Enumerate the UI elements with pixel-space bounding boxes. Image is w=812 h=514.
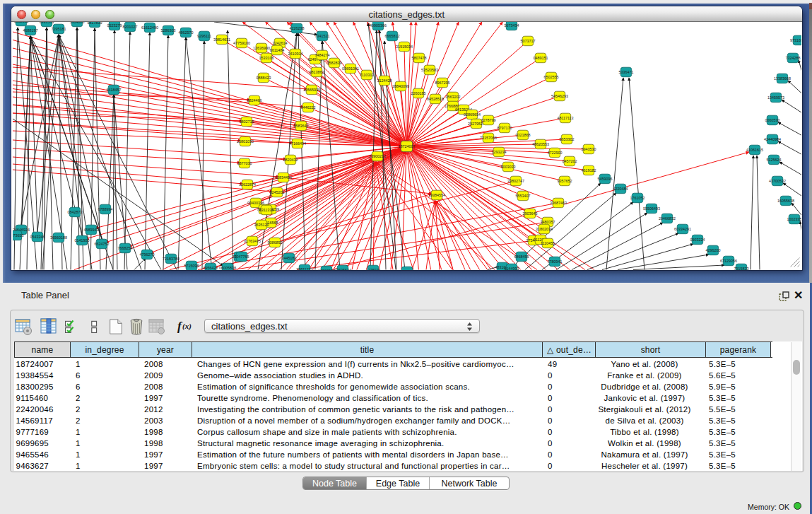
svg-text:55506493: 55506493 <box>643 206 660 211</box>
svg-text:54546293: 54546293 <box>551 94 568 98</box>
svg-text:0457202: 0457202 <box>563 159 577 163</box>
svg-text:6245202: 6245202 <box>270 190 285 194</box>
svg-text:4862570: 4862570 <box>179 30 194 35</box>
svg-text:0903224: 0903224 <box>690 238 705 242</box>
svg-text:47166494: 47166494 <box>289 141 306 146</box>
svg-text:0888423: 0888423 <box>257 76 271 80</box>
svg-text:39814631: 39814631 <box>213 37 230 42</box>
svg-text:23900213: 23900213 <box>369 154 386 158</box>
svg-text:8967295: 8967295 <box>435 81 450 85</box>
svg-text:5807478: 5807478 <box>412 56 427 60</box>
svg-text:9086892: 9086892 <box>268 240 283 245</box>
svg-text:4722900: 4722900 <box>548 151 563 155</box>
svg-text:5943530: 5943530 <box>582 147 596 151</box>
svg-text:2260185: 2260185 <box>411 91 426 95</box>
svg-text:9357652: 9357652 <box>558 179 572 183</box>
svg-text:8824466: 8824466 <box>247 98 262 103</box>
svg-text:7915823: 7915823 <box>734 267 749 270</box>
svg-text:7295181: 7295181 <box>52 27 66 31</box>
svg-text:12636990: 12636990 <box>253 46 270 50</box>
svg-text:48620553: 48620553 <box>532 142 549 146</box>
svg-text:0321868: 0321868 <box>516 133 531 137</box>
svg-text:6993563: 6993563 <box>40 22 54 24</box>
svg-text:53520583: 53520583 <box>421 68 438 72</box>
svg-text:0820432: 0820432 <box>283 158 298 162</box>
svg-text:1293234: 1293234 <box>492 150 507 154</box>
svg-text:3802715: 3802715 <box>240 119 254 124</box>
svg-text:9296111: 9296111 <box>197 34 211 38</box>
svg-text:5125624: 5125624 <box>767 158 782 162</box>
svg-text:36560188: 36560188 <box>50 235 67 240</box>
svg-text:5715098: 5715098 <box>184 264 199 268</box>
svg-text:7668254: 7668254 <box>118 246 133 250</box>
svg-text:8797170: 8797170 <box>498 126 512 130</box>
svg-text:31802034: 31802034 <box>536 227 553 231</box>
svg-text:2903645: 2903645 <box>523 211 538 216</box>
svg-text:4589943: 4589943 <box>84 228 99 232</box>
svg-text:18724007: 18724007 <box>399 144 416 148</box>
svg-text:5311336: 5311336 <box>259 208 274 212</box>
svg-text:2410914: 2410914 <box>288 52 303 56</box>
svg-text:0563202: 0563202 <box>446 95 461 99</box>
svg-text:13979122: 13979122 <box>399 269 416 270</box>
svg-text:6665812: 6665812 <box>385 34 400 38</box>
svg-text:28840099: 28840099 <box>392 84 409 88</box>
svg-text:0523279: 0523279 <box>107 23 122 28</box>
svg-text:10565939: 10565939 <box>303 88 320 92</box>
svg-text:61612490: 61612490 <box>141 25 158 30</box>
svg-text:02869654: 02869654 <box>464 112 481 117</box>
svg-text:42440984: 42440984 <box>764 137 781 141</box>
svg-text:7780941: 7780941 <box>548 259 563 264</box>
svg-text:33802747: 33802747 <box>507 179 524 183</box>
svg-text:72183780: 72183780 <box>163 257 180 261</box>
svg-text:60334291: 60334291 <box>674 227 691 231</box>
svg-text:1002335: 1002335 <box>787 217 801 221</box>
svg-text:67129356: 67129356 <box>720 259 737 263</box>
svg-text:5459096: 5459096 <box>598 177 613 181</box>
svg-text:6868455: 6868455 <box>514 255 529 259</box>
svg-text:(x): (x) <box>182 322 192 331</box>
svg-text:1278036: 1278036 <box>366 268 381 270</box>
svg-text:6502555: 6502555 <box>544 75 559 79</box>
svg-text:3480357: 3480357 <box>541 220 555 224</box>
svg-text:0060530: 0060530 <box>765 118 780 122</box>
svg-text:9446222: 9446222 <box>301 105 316 110</box>
svg-text:5336471: 5336471 <box>619 70 634 74</box>
svg-text:0141900: 0141900 <box>75 238 90 243</box>
svg-text:97316932: 97316932 <box>790 38 801 42</box>
svg-text:1110455: 1110455 <box>541 241 555 245</box>
svg-text:84528518: 84528518 <box>427 97 444 101</box>
svg-text:47759100: 47759100 <box>233 41 250 45</box>
svg-text:2242614: 2242614 <box>273 41 288 45</box>
svg-text:4796279: 4796279 <box>140 252 155 257</box>
svg-text:9583642: 9583642 <box>294 124 309 128</box>
svg-text:5673434: 5673434 <box>505 23 519 28</box>
svg-text:4226238: 4226238 <box>290 26 305 30</box>
svg-text:7341521: 7341521 <box>315 34 330 38</box>
svg-text:4296200: 4296200 <box>706 248 721 252</box>
svg-text:7110313: 7110313 <box>360 73 375 77</box>
svg-text:7278799: 7278799 <box>481 118 496 122</box>
svg-text:31915034: 31915034 <box>396 45 413 49</box>
svg-text:3124428: 3124428 <box>377 78 392 83</box>
svg-text:1047765: 1047765 <box>235 255 249 259</box>
svg-text:4688197: 4688197 <box>23 28 38 33</box>
svg-text:6418457: 6418457 <box>107 88 122 92</box>
svg-text:3582839: 3582839 <box>327 61 342 65</box>
svg-text:5653302: 5653302 <box>560 137 575 141</box>
svg-text:02834456: 02834456 <box>275 175 292 180</box>
svg-text:5286303: 5286303 <box>161 28 176 33</box>
svg-text:40905366: 40905366 <box>370 23 387 28</box>
svg-text:9144993: 9144993 <box>505 267 519 270</box>
svg-text:43700532: 43700532 <box>769 179 786 183</box>
svg-text:3635120: 3635120 <box>254 223 269 227</box>
svg-text:92505634: 92505634 <box>334 268 351 270</box>
svg-text:6392332: 6392332 <box>14 22 29 23</box>
svg-text:32622874: 32622874 <box>239 182 256 187</box>
svg-text:0956422: 0956422 <box>204 266 218 270</box>
svg-text:10862539: 10862539 <box>318 269 335 270</box>
svg-text:5604806: 5604806 <box>70 22 85 24</box>
svg-text:9973653: 9973653 <box>13 233 24 238</box>
svg-text:3877030: 3877030 <box>237 161 252 165</box>
svg-text:16055638: 16055638 <box>777 199 794 203</box>
